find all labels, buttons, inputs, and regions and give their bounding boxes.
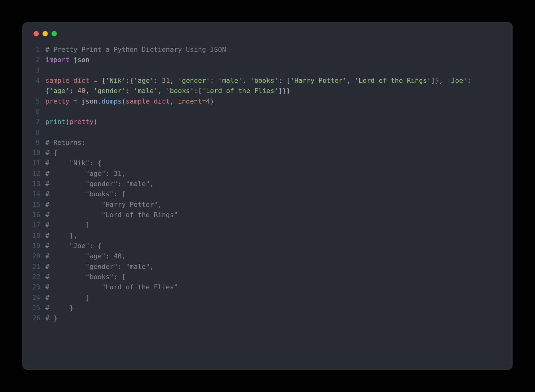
code-editor[interactable]: 1 # Pretty Print a Python Dictionary Usi… [32,44,503,323]
line-content: # ] [45,292,89,303]
line-number: 21 [32,261,45,272]
line-content: # "age": 31, [45,168,126,179]
code-line: 5 pretty = json.dumps(sample_dict, inden… [32,96,503,106]
code-line: 1 # Pretty Print a Python Dictionary Usi… [32,44,503,55]
line-number: 3 [32,65,45,75]
line-number: 26 [32,313,45,323]
code-line: 18# }, [32,230,503,241]
line-number: 7 [32,117,45,127]
code-line: 4 sample_dict = {'Nik':{'age': 31, 'gend… [32,75,503,96]
code-line: 15# "Harry Potter", [32,199,503,210]
code-line: 25# } [32,303,503,313]
line-number: 5 [32,96,45,106]
code-line: 6 [32,106,503,117]
code-line: 24# ] [32,292,503,303]
line-number: 10 [32,148,45,158]
close-icon[interactable] [34,31,39,36]
line-number: 6 [32,106,45,117]
line-content: # "Harry Potter", [45,199,162,210]
line-content: # "gender": "male", [45,179,154,189]
line-content: # ] [45,220,89,230]
line-number: 9 [32,137,45,148]
line-number: 14 [32,189,45,199]
code-line: 8 [32,127,503,137]
code-line: 26# } [32,313,503,323]
line-number: 2 [32,55,45,65]
code-line: 2 import json [32,55,503,65]
line-content: print(pretty) [45,117,97,127]
line-content [45,127,49,137]
code-line: 22# "books": [ [32,272,503,282]
line-number: 11 [32,158,45,168]
line-number: 4 [32,75,45,86]
line-content: # } [45,313,57,323]
code-line: 16# "Lord of the Rings" [32,210,503,220]
line-number: 19 [32,241,45,251]
code-window: 1 # Pretty Print a Python Dictionary Usi… [22,22,513,370]
code-line: 17# ] [32,220,503,230]
line-content: # }, [45,230,78,241]
line-number: 24 [32,292,45,303]
code-line: 19# "Joe": { [32,241,503,251]
line-content [45,106,49,117]
line-content: # "Nik": { [45,158,101,168]
line-content: pretty = json.dumps(sample_dict, indent=… [45,96,214,106]
minimize-icon[interactable] [43,31,48,36]
line-content: # "Joe": { [45,241,101,251]
line-number: 17 [32,220,45,230]
code-line: 3 [32,65,503,75]
code-line: 20# "age": 40, [32,251,503,261]
code-line: 10# { [32,148,503,158]
line-number: 15 [32,199,45,210]
code-line: 7 print(pretty) [32,117,503,127]
zoom-icon[interactable] [52,31,57,36]
line-content [45,65,49,75]
line-content: # "gender": "male", [45,261,154,272]
code-line: 12# "age": 31, [32,168,503,179]
line-number: 13 [32,179,45,189]
line-content: import json [45,55,89,65]
line-content: # Pretty Print a Python Dictionary Using… [45,44,226,55]
line-number: 1 [32,44,45,55]
code-line: 13# "gender": "male", [32,179,503,189]
line-content: # { [45,148,57,158]
line-number: 16 [32,210,45,220]
code-line: 14# "books": [ [32,189,503,199]
line-number: 8 [32,127,45,137]
line-number: 20 [32,251,45,261]
line-number: 25 [32,303,45,313]
code-line: 21# "gender": "male", [32,261,503,272]
line-number: 12 [32,168,45,179]
code-line: 9# Returns: [32,137,503,148]
line-content: # } [45,303,74,313]
line-content: # "books": [ [45,189,126,199]
code-line: 23# "Lord of the Flies" [32,282,503,292]
line-content: # "books": [ [45,272,126,282]
code-line: 11# "Nik": { [32,158,503,168]
line-content: # "age": 40, [45,251,126,261]
line-content: # Returns: [45,137,85,148]
line-content: # "Lord of the Flies" [45,282,178,292]
line-number: 22 [32,272,45,282]
line-content: sample_dict = {'Nik':{'age': 31, 'gender… [45,75,503,96]
line-number: 23 [32,282,45,292]
window-controls [32,31,503,36]
line-content: # "Lord of the Rings" [45,210,178,220]
line-number: 18 [32,230,45,241]
